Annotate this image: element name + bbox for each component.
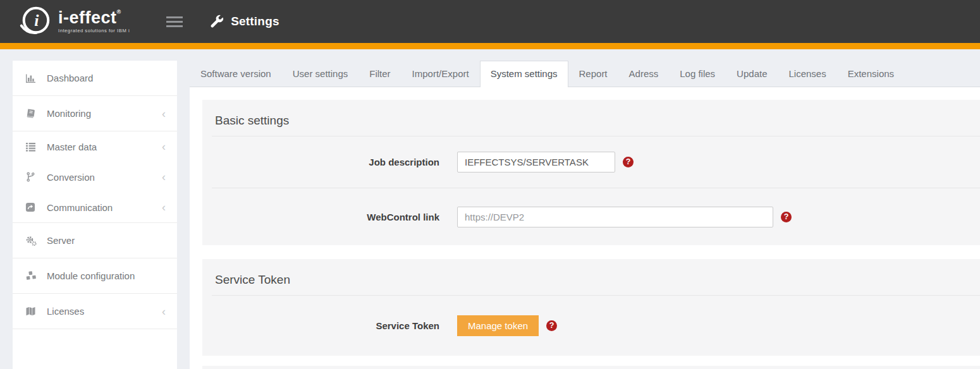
map-icon [25, 306, 47, 317]
manage-token-button[interactable]: Manage token [457, 315, 539, 336]
sidebar-item-communication[interactable]: Communication ‹ [13, 192, 177, 222]
job-description-input[interactable] [457, 152, 615, 172]
accent-bar [0, 43, 980, 49]
tab-report[interactable]: Report [568, 61, 618, 87]
section-title: Basic settings [202, 100, 980, 136]
sidebar-item-label: Server [47, 235, 75, 246]
tab-bar: Software version User settings Filter Im… [190, 49, 980, 87]
main-content: Software version User settings Filter Im… [190, 49, 980, 369]
tab-update[interactable]: Update [726, 61, 778, 87]
chevron-left-icon: ‹ [162, 202, 166, 213]
job-description-label: Job description [202, 157, 439, 167]
app-header: i i-effect® Integrated solutions for IBM… [0, 0, 980, 43]
gears-icon [25, 235, 47, 246]
service-token-label: Service Token [202, 320, 439, 331]
sidebar-item-label: Communication [47, 202, 113, 213]
webcontrol-link-label: WebControl link [202, 212, 439, 222]
service-token-help-icon[interactable]: ? [546, 320, 557, 331]
svg-text:i: i [34, 11, 39, 30]
tab-user-settings[interactable]: User settings [282, 61, 359, 87]
section-basic-settings: Basic settings Job description ? WebCont… [202, 100, 980, 245]
sidebar-item-module-configuration[interactable]: Module configuration [13, 258, 177, 294]
section-service-token: Service Token Service Token Manage token… [202, 259, 980, 356]
chevron-left-icon: ‹ [162, 171, 166, 183]
chevron-left-icon: ‹ [162, 141, 166, 152]
hamburger-menu-icon[interactable] [165, 11, 184, 32]
service-token-row: Service Token Manage token ? [202, 296, 980, 356]
webcontrol-link-row: WebControl link ? [202, 188, 980, 245]
sidebar-item-server[interactable]: Server [13, 223, 177, 258]
chevron-left-icon: ‹ [162, 306, 166, 317]
sidebar: Dashboard Monitoring ‹ [13, 61, 177, 369]
wrench-icon [209, 15, 224, 29]
tab-system-settings[interactable]: System settings [480, 61, 568, 87]
tab-extensions[interactable]: Extensions [837, 61, 905, 87]
tab-content: Basic settings Job description ? WebCont… [190, 87, 980, 369]
tab-adress[interactable]: Adress [618, 61, 670, 87]
sidebar-item-licenses[interactable]: Licenses ‹ [13, 294, 177, 329]
registered-mark: ® [117, 9, 121, 15]
tab-filter[interactable]: Filter [358, 61, 401, 87]
sidebar-item-label: Licenses [47, 306, 84, 317]
sidebar-item-label: Dashboard [47, 73, 93, 83]
tab-import-export[interactable]: Import/Export [401, 61, 480, 87]
sidebar-item-monitoring[interactable]: Monitoring ‹ [13, 96, 177, 131]
sidebar-item-conversion[interactable]: Conversion ‹ [13, 162, 177, 192]
brand-logo-icon: i [19, 5, 52, 38]
tab-licenses[interactable]: Licenses [778, 61, 836, 87]
chevron-left-icon: ‹ [162, 108, 166, 119]
webcontrol-link-help-icon[interactable]: ? [781, 212, 792, 222]
brand-tagline: Integrated solutions for IBM i [58, 28, 130, 33]
sidebar-item-label: Module configuration [47, 270, 135, 281]
bar-chart-icon [25, 73, 47, 83]
code-branch-icon [25, 172, 47, 182]
job-description-help-icon[interactable]: ? [623, 157, 634, 167]
brand-logo: i i-effect® Integrated solutions for IBM… [19, 5, 130, 38]
section-title: Service Token [202, 259, 980, 295]
sidebar-item-dashboard[interactable]: Dashboard [13, 61, 177, 96]
sidebar-item-master-data[interactable]: Master data ‹ [13, 131, 177, 162]
brand-name: i-effect® [58, 9, 130, 27]
section-next-partial [202, 366, 980, 369]
sidebar-item-label: Monitoring [47, 108, 91, 119]
sidebar-item-label: Conversion [47, 172, 95, 183]
book-icon [25, 108, 47, 119]
webcontrol-link-input[interactable] [457, 207, 773, 227]
tab-log-files[interactable]: Log files [669, 61, 726, 87]
page-title: Settings [231, 15, 279, 28]
job-description-row: Job description ? [202, 136, 980, 188]
share-square-icon [25, 202, 47, 212]
list-icon [25, 142, 47, 152]
cubes-icon [25, 270, 47, 282]
tab-software-version[interactable]: Software version [190, 61, 282, 87]
sidebar-item-label: Master data [47, 142, 97, 152]
